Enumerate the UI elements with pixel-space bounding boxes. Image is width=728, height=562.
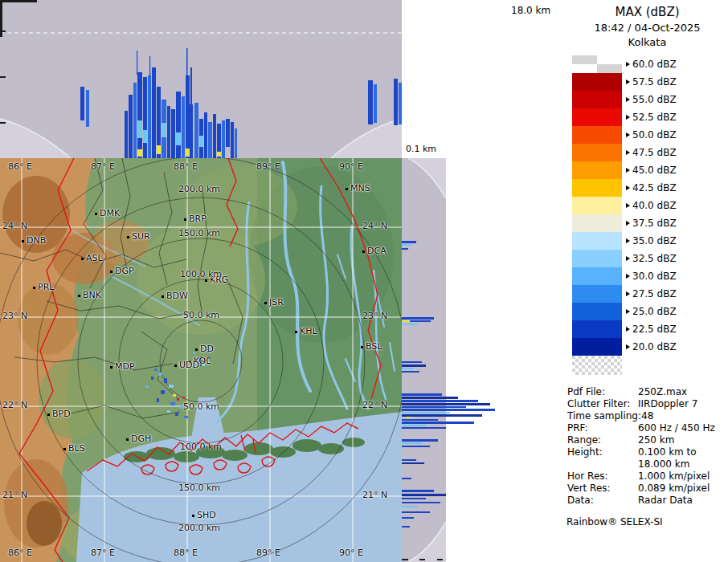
- top-profile-canvas: [0, 0, 402, 158]
- scale-value-label: 22.5 dBZ: [632, 324, 677, 335]
- color-swatch: [572, 126, 622, 144]
- info-row: PRF: 600 Hz / 450 Hz: [567, 422, 728, 434]
- scale-value-label: 45.0 dBZ: [632, 165, 677, 176]
- scale-row: 42.5 dBZ: [572, 179, 728, 197]
- product-title: MAX (dBZ): [566, 5, 728, 19]
- color-swatch: [572, 320, 622, 338]
- scale-tick-arrow-icon: [626, 327, 630, 332]
- product-info-block: Pdf File: 250Z.max Clutter Filter: IIRDo…: [567, 386, 728, 507]
- color-swatch: [572, 267, 622, 285]
- scale-row: 30.0 dBZ: [572, 267, 728, 285]
- scale-value-label: 32.5 dBZ: [632, 253, 677, 264]
- scale-tick-arrow-icon: [626, 97, 630, 102]
- scale-tick-arrow-icon: [626, 168, 630, 173]
- color-swatch: [572, 91, 622, 108]
- scan-datetime: 18:42 / 04-Oct-2025: [566, 22, 728, 34]
- scale-tick-arrow-icon: [626, 274, 630, 279]
- side-profile-canvas: [402, 158, 506, 562]
- color-swatch: [572, 214, 622, 232]
- scale-tick-arrow-icon: [626, 221, 630, 226]
- legend-panel: MAX (dBZ) 18:42 / 04-Oct-2025 Kolkata 60…: [566, 0, 728, 562]
- info-value: 0.100 km to 18.000 km: [638, 446, 697, 470]
- scale-tick-arrow-icon: [626, 62, 630, 67]
- scale-tick-arrow-icon: [626, 309, 630, 314]
- info-value: Radar Data: [638, 495, 693, 507]
- info-label: Height:: [567, 446, 638, 470]
- info-label: Clutter Filter:: [567, 398, 638, 410]
- info-label: Data:: [567, 495, 638, 507]
- info-row: Range: 250 km: [567, 434, 728, 446]
- scale-tick-arrow-icon: [626, 150, 630, 155]
- min-height-label: 0.1 km: [406, 144, 436, 154]
- scale-value-label: 47.5 dBZ: [632, 147, 677, 158]
- info-value: 250Z.max: [638, 386, 687, 398]
- scale-tick-arrow-icon: [626, 203, 630, 208]
- scale-tick-arrow-icon: [626, 132, 630, 137]
- scale-value-label: 35.0 dBZ: [632, 235, 677, 246]
- info-row: Hor Res: 1.000 km/pixel: [567, 470, 728, 483]
- scale-value-label: 37.5 dBZ: [632, 218, 677, 229]
- scale-tick-arrow-icon: [626, 79, 630, 84]
- scale-value-label: 20.0 dBZ: [632, 341, 677, 352]
- scale-row: 55.0 dBZ: [572, 91, 728, 108]
- info-row: Pdf File: 250Z.max: [567, 386, 728, 398]
- color-swatch: [572, 73, 622, 91]
- info-label: Time sampling:48: [567, 410, 638, 422]
- scale-row: 47.5 dBZ: [572, 144, 728, 161]
- scale-row: 32.5 dBZ: [572, 250, 728, 267]
- color-swatch: [572, 55, 622, 73]
- info-value: IIRDoppler 7: [638, 398, 697, 410]
- scale-value-label: 60.0 dBZ: [632, 59, 677, 70]
- scale-tick-arrow-icon: [626, 238, 630, 243]
- software-brand: Rainbow® SELEX-SI: [566, 516, 728, 527]
- scale-value-label: 30.0 dBZ: [632, 271, 677, 282]
- info-row: Clutter Filter: IIRDoppler 7: [567, 398, 728, 410]
- map-canvas: [0, 158, 402, 562]
- color-swatch: [572, 303, 622, 320]
- scale-value-label: 50.0 dBZ: [632, 129, 677, 140]
- scale-row: 60.0 dBZ: [572, 55, 728, 73]
- info-value: 1.000 km/pixel: [638, 470, 710, 483]
- profile-background: [402, 158, 446, 562]
- info-label: Pdf File:: [567, 386, 638, 398]
- radar-map-panel[interactable]: DMK BRP SUR DNB: [0, 158, 402, 562]
- side-height-profile-panel[interactable]: [402, 158, 506, 562]
- info-value: 0.089 km/pixel: [638, 483, 710, 495]
- scale-row: 37.5 dBZ: [572, 214, 728, 232]
- scale-tick-arrow-icon: [626, 256, 630, 261]
- scale-value-label: 25.0 dBZ: [632, 306, 677, 317]
- color-swatch: [572, 144, 622, 161]
- below-threshold-swatch: [572, 356, 622, 375]
- info-row: Height: 0.100 km to 18.000 km: [567, 446, 728, 470]
- info-value: 250 km: [638, 434, 674, 446]
- scale-row: 52.5 dBZ: [572, 108, 728, 126]
- top-height-profile-panel[interactable]: [0, 0, 402, 158]
- scale-value-label: 40.0 dBZ: [632, 200, 677, 211]
- info-row: Data: Radar Data: [567, 495, 728, 507]
- scale-value-label: 27.5 dBZ: [632, 288, 677, 299]
- info-label: Vert Res:: [567, 483, 638, 495]
- scale-row: 25.0 dBZ: [572, 303, 728, 320]
- color-swatch: [572, 161, 622, 179]
- scale-row: 20.0 dBZ: [572, 338, 728, 356]
- scale-tick-arrow-icon: [626, 185, 630, 190]
- color-swatch: [572, 179, 622, 197]
- scale-value-label: 57.5 dBZ: [632, 76, 677, 88]
- scale-value-label: 55.0 dBZ: [632, 94, 677, 105]
- scale-tick-arrow-icon: [626, 115, 630, 120]
- scale-row: 40.0 dBZ: [572, 197, 728, 214]
- color-swatch: [572, 197, 622, 214]
- info-value: 600 Hz / 450 Hz: [638, 422, 715, 434]
- station-name: Kolkata: [566, 36, 728, 48]
- info-row: Vert Res: 0.089 km/pixel: [567, 483, 728, 495]
- scale-row: 45.0 dBZ: [572, 161, 728, 179]
- info-row: Time sampling:48: [567, 410, 728, 422]
- color-swatch: [572, 232, 622, 250]
- scale-row: 22.5 dBZ: [572, 320, 728, 338]
- color-swatch: [572, 250, 622, 267]
- max-height-label: 18.0 km: [511, 5, 550, 16]
- dbz-color-scale: 60.0 dBZ 57.5 dBZ 55.0 dBZ 52: [572, 55, 728, 356]
- scale-tick-arrow-icon: [626, 291, 630, 296]
- info-label: Range:: [567, 434, 638, 446]
- scale-row: 27.5 dBZ: [572, 285, 728, 303]
